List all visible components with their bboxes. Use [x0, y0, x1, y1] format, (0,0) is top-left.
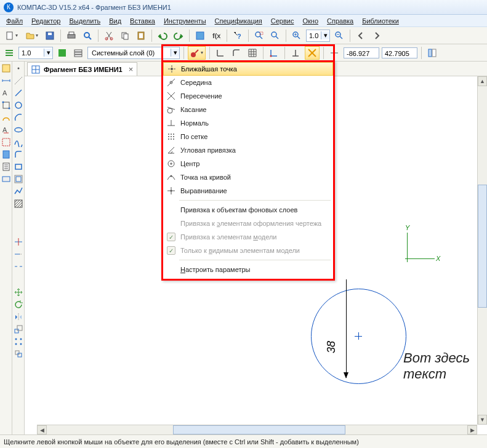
menu-edit[interactable]: Редактор [28, 16, 64, 26]
tool-point-icon[interactable] [13, 63, 24, 74]
dd-item-align[interactable]: Выравнивание [163, 184, 333, 198]
dd-item-nearest[interactable]: Ближайшая точка [163, 62, 333, 76]
tool-select-icon[interactable] [1, 137, 12, 148]
pan-right-button[interactable] [370, 29, 384, 42]
tool-meas-icon[interactable]: A [1, 124, 12, 135]
layer-manage-icon[interactable] [71, 46, 85, 60]
snap-perp-button[interactable] [289, 46, 302, 60]
lcs-button[interactable] [267, 46, 281, 60]
cut-button[interactable] [102, 29, 116, 42]
chevron-down-icon[interactable]: ▾ [171, 49, 179, 57]
layer-combo[interactable]: Системный слой (0)▾ [87, 47, 180, 59]
dd-item-oncurve[interactable]: Точка на кривой [163, 170, 333, 184]
dd-item-normal[interactable]: Нормаль [163, 116, 333, 130]
tool-geometry-icon[interactable] [1, 63, 12, 74]
tool-arc-icon[interactable] [13, 112, 24, 123]
dd-item-intersect[interactable]: Пересечение [163, 89, 333, 103]
tool-rect-icon[interactable] [13, 161, 24, 172]
tool-dimension-icon[interactable] [1, 75, 12, 86]
scroll-right-icon[interactable]: ▶ [467, 425, 477, 434]
new-button[interactable]: ▾ [2, 29, 20, 42]
vars-button[interactable]: f(x) [209, 29, 223, 42]
menu-tools[interactable]: Инструменты [160, 16, 210, 26]
tool-ellipse-icon[interactable] [13, 124, 24, 135]
dd-item-tangent[interactable]: Касание [163, 103, 333, 116]
zoomwin-button[interactable] [252, 29, 266, 42]
dd-item-grid[interactable]: По сетке [163, 130, 333, 143]
dd-item-bg-layers[interactable]: Привязка к объектам фоновых слоев [163, 203, 333, 217]
x-readout[interactable]: -86.927 [344, 47, 379, 58]
tool-aux-icon[interactable] [13, 75, 24, 86]
tool-move-icon[interactable] [13, 287, 24, 298]
copy-button[interactable] [118, 29, 132, 42]
open-button[interactable]: ▾ [23, 29, 41, 42]
paste-button[interactable] [134, 29, 148, 42]
menu-libs[interactable]: Библиотеки [358, 16, 403, 26]
zoom-combo[interactable]: 1.0▾ [306, 30, 330, 42]
tool-spline-icon[interactable] [13, 137, 24, 148]
tool-array-icon[interactable] [13, 336, 24, 347]
tool-mirror-icon[interactable] [13, 311, 24, 322]
scroll-down-icon[interactable]: ▼ [478, 415, 487, 425]
menu-help[interactable]: Справка [323, 16, 357, 26]
save-button[interactable] [43, 29, 57, 42]
undo-button[interactable] [156, 29, 169, 42]
tool-offset-icon[interactable] [13, 174, 24, 185]
menu-file[interactable]: Файл [2, 16, 26, 26]
tool-report-icon[interactable] [1, 161, 12, 172]
grid-button[interactable] [246, 46, 259, 60]
vertical-scrollbar[interactable]: ▲ ▼ [477, 76, 487, 425]
scroll-up-icon[interactable]: ▲ [478, 76, 487, 86]
scroll-left-icon[interactable]: ◀ [37, 425, 47, 434]
menu-insert[interactable]: Вставка [126, 16, 159, 26]
tool-scale-icon[interactable] [13, 324, 24, 335]
print-button[interactable] [65, 29, 78, 42]
tool-break-icon[interactable] [13, 261, 24, 272]
ortho-button[interactable] [214, 46, 227, 60]
snap-mode-button[interactable] [305, 46, 320, 60]
tool-segment-icon[interactable] [13, 87, 24, 98]
manager-button[interactable] [193, 29, 207, 42]
tool-spec-icon[interactable] [1, 149, 12, 160]
zoomin-button[interactable] [290, 29, 304, 42]
tool-polyline-icon[interactable] [13, 186, 24, 197]
tool-annotation-icon[interactable]: A [1, 87, 12, 98]
tool-rotate-icon[interactable] [13, 299, 24, 310]
layers-icon[interactable] [2, 46, 16, 60]
tool-circle-icon[interactable] [13, 100, 24, 111]
menu-window[interactable]: Окно [299, 16, 322, 26]
menu-select[interactable]: Выделить [65, 16, 104, 26]
tool-extend-icon[interactable] [13, 249, 24, 260]
round-button[interactable] [230, 46, 243, 60]
scale-combo[interactable]: 1.0▾ [18, 47, 53, 59]
document-tab[interactable]: Фрагмент БЕЗ ИМЕНИ1 × [27, 62, 137, 76]
tool-fillet-icon[interactable] [13, 149, 24, 160]
vscroll-thumb[interactable] [478, 185, 487, 308]
zoomfit-button[interactable] [268, 29, 282, 42]
dd-item-center[interactable]: Центр [163, 157, 333, 170]
zoomout-button[interactable] [332, 29, 346, 42]
dd-item-midpoint[interactable]: Середина [163, 76, 333, 89]
chevron-down-icon[interactable]: ▾ [321, 31, 329, 39]
menu-spec[interactable]: Спецификация [211, 16, 266, 26]
tool-copy-icon[interactable] [13, 348, 24, 359]
help-button[interactable]: ? [231, 29, 244, 42]
menu-view[interactable]: Вид [105, 16, 125, 26]
cursor-button[interactable] [328, 46, 341, 60]
menu-service[interactable]: Сервис [267, 16, 298, 26]
tool-param-icon[interactable] [1, 112, 12, 123]
hscroll-thumb[interactable] [173, 425, 345, 434]
tool-edit-icon[interactable] [1, 100, 12, 111]
chevron-down-icon[interactable]: ▾ [44, 49, 52, 57]
tool-trim-icon[interactable] [13, 236, 24, 247]
redo-button[interactable] [172, 29, 185, 42]
dd-item-configure[interactable]: Настроить параметры [163, 263, 333, 276]
dd-item-angle[interactable]: Угловая привязка [163, 143, 333, 157]
tool-hatch-icon[interactable] [13, 198, 24, 209]
tab-close-icon[interactable]: × [129, 65, 134, 74]
snap-button[interactable]: ▾ [188, 46, 206, 60]
show-tree-button[interactable] [425, 46, 439, 60]
pan-left-button[interactable] [354, 29, 368, 42]
layer-color-icon[interactable] [55, 46, 69, 60]
preview-button[interactable] [81, 29, 94, 42]
